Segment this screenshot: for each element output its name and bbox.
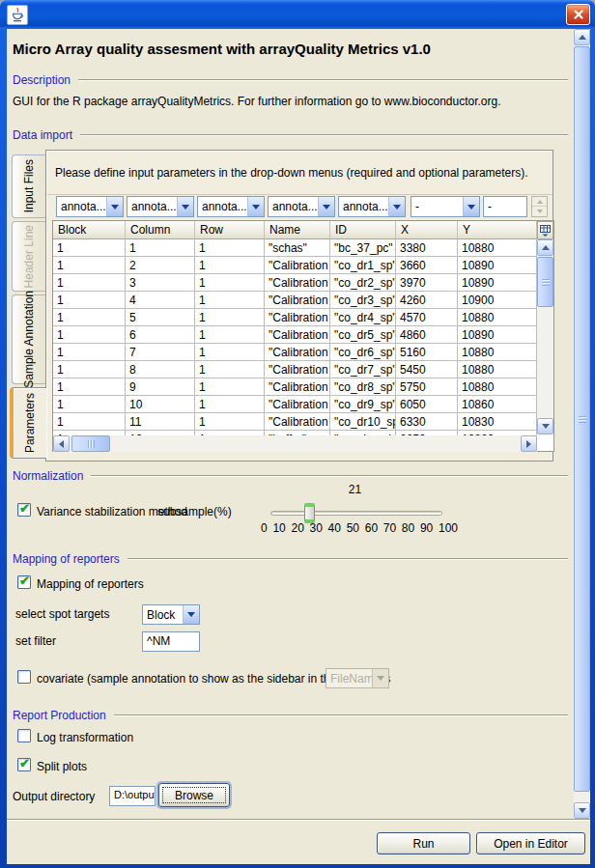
output-directory-label: Output directory — [13, 790, 95, 803]
table-cell: "co_dr4_sp" — [330, 309, 396, 326]
scroll-down-icon[interactable] — [537, 418, 553, 434]
table-row[interactable]: 171"Calibration ..."co_dr6_sp"516010880 — [53, 344, 537, 361]
covariate-value: FileName — [326, 672, 372, 686]
table-cell: "Calibration ... — [265, 257, 330, 274]
split-plots-label: Split plots — [37, 760, 87, 773]
column-header[interactable]: Name — [265, 221, 330, 239]
scrollbar-thumb[interactable] — [537, 257, 553, 307]
column-selector[interactable]: annota... — [338, 196, 406, 217]
close-button[interactable] — [566, 4, 590, 25]
column-selector[interactable]: annota... — [197, 196, 265, 217]
chevron-down-icon[interactable] — [318, 197, 334, 216]
title-bar[interactable] — [0, 0, 595, 29]
table-cell: 5 — [126, 309, 195, 326]
mapping-of-reporters-checkbox[interactable] — [17, 575, 31, 589]
table-horizontal-scrollbar[interactable] — [53, 435, 537, 452]
table-row[interactable]: 151"Calibration ..."co_dr4_sp"457010880 — [53, 309, 537, 326]
chevron-down-icon[interactable] — [183, 605, 199, 624]
table-row[interactable]: 111"schas""bc_37_pc"338010880 — [53, 239, 537, 257]
table-cell: 4 — [126, 292, 195, 309]
scrollbar-thumb[interactable] — [574, 46, 590, 792]
table-row[interactable]: 141"Calibration ..."co_dr3_sp"426010900 — [53, 292, 537, 309]
footer-bar: Run Open in Editor — [7, 819, 590, 864]
table-row[interactable]: 181"Calibration ..."co_dr7_sp"545010880 — [53, 361, 537, 378]
main-vertical-scrollbar[interactable] — [574, 29, 590, 819]
selector-value: - — [484, 200, 526, 213]
tab-parameters[interactable]: Parameters — [10, 387, 46, 459]
variance-stabilization-checkbox[interactable] — [17, 503, 31, 517]
column-selector[interactable]: - — [411, 196, 480, 217]
scroll-up-icon[interactable] — [574, 29, 590, 45]
column-selector[interactable]: annota... — [268, 196, 335, 217]
table-cell: "Calibration ... — [265, 326, 330, 344]
column-chooser-button[interactable] — [537, 221, 553, 239]
column-header[interactable]: Column — [126, 221, 195, 239]
tick-label: 90 — [420, 521, 433, 535]
chevron-down-icon[interactable] — [106, 197, 123, 216]
table-vertical-scrollbar[interactable] — [537, 239, 553, 434]
table-row[interactable]: 131"Calibration ..."co_dr2_sp"397010890 — [53, 274, 537, 292]
scroll-up-icon[interactable] — [537, 239, 553, 256]
tab-input-files[interactable]: Input Files — [12, 154, 45, 218]
table-row[interactable]: 191"Calibration ..."co_dr8_sp"575010880 — [53, 378, 537, 396]
subsample-slider-track[interactable] — [270, 511, 442, 516]
split-plots-checkbox[interactable] — [17, 758, 31, 771]
tab-sample-annotation[interactable]: Sample Annotation — [12, 294, 45, 384]
table-cell: 1 — [195, 274, 265, 292]
scroll-right-icon[interactable] — [521, 435, 537, 452]
spot-targets-select[interactable]: Block — [142, 604, 200, 625]
tick-label: 20 — [291, 521, 303, 535]
chevron-down-icon[interactable] — [388, 197, 405, 216]
chevron-down-icon[interactable] — [177, 197, 193, 216]
browse-button[interactable]: Browse — [158, 783, 230, 807]
scroll-left-icon[interactable] — [53, 435, 70, 452]
column-header[interactable]: Row — [195, 221, 265, 239]
selector-value: annota... — [198, 200, 247, 213]
scrollbar-thumb[interactable] — [71, 435, 110, 452]
filter-input[interactable]: ^NM — [142, 631, 200, 652]
open-in-editor-button[interactable]: Open in Editor — [476, 832, 585, 854]
chevron-down-icon[interactable] — [247, 197, 264, 216]
table-cell: 7 — [126, 344, 195, 361]
table-cell: 10880 — [458, 361, 537, 378]
column-selector[interactable]: annota... — [56, 196, 124, 217]
table-cell: "co_dr9_sp" — [330, 396, 396, 413]
table-row[interactable]: 1101"Calibration ..."co_dr9_sp"605010860 — [53, 396, 537, 413]
section-divider — [114, 714, 568, 716]
column-header[interactable]: Y — [458, 221, 537, 239]
table-row[interactable]: 161"Calibration ..."co_dr5_sp"486010890 — [53, 326, 537, 344]
tab-header-line[interactable]: Header Line — [12, 221, 45, 292]
column-selector[interactable]: - — [483, 196, 527, 217]
table-cell: 1 — [53, 292, 126, 309]
spinner-up-icon[interactable] — [532, 197, 547, 207]
column-header[interactable]: X — [396, 221, 458, 239]
subsample-slider-thumb[interactable] — [304, 503, 315, 523]
column-header[interactable]: ID — [330, 221, 396, 239]
column-chooser-icon — [540, 225, 551, 237]
chevron-down-icon[interactable] — [463, 197, 479, 216]
tick-label: 70 — [383, 521, 396, 535]
tick-label: 40 — [328, 521, 341, 535]
system-menu-button[interactable] — [7, 5, 28, 25]
selector-spinner[interactable] — [531, 196, 548, 217]
scroll-down-icon[interactable] — [574, 802, 590, 819]
table-cell: 1 — [53, 326, 126, 344]
instruction-text: Please define input parameters in the dr… — [47, 152, 552, 195]
table-cell: 1 — [195, 292, 265, 309]
covariate-checkbox[interactable] — [17, 670, 31, 684]
table-cell: 1 — [195, 344, 265, 361]
column-selector[interactable]: annota... — [127, 196, 194, 217]
table-cell: 10880 — [458, 309, 537, 326]
table-cell: 3660 — [396, 257, 458, 274]
table-cell: 10890 — [458, 274, 537, 292]
spinner-down-icon[interactable] — [532, 207, 547, 216]
table-row[interactable]: 121"Calibration ..."co_dr1_sp"366010890 — [53, 257, 537, 274]
table-row[interactable]: 1111"Calibration ..."co_dr10_sp"63301083… — [53, 413, 537, 431]
column-header[interactable]: Block — [53, 221, 126, 239]
log-transformation-checkbox[interactable] — [17, 729, 31, 742]
app-window: Micro Array quality assesment with array… — [0, 0, 595, 868]
table-cell: "co_dr2_sp" — [330, 274, 396, 292]
run-button[interactable]: Run — [377, 832, 470, 854]
table-cell: "Calibration ... — [265, 292, 330, 309]
output-directory-input[interactable]: D:\output — [109, 786, 156, 806]
